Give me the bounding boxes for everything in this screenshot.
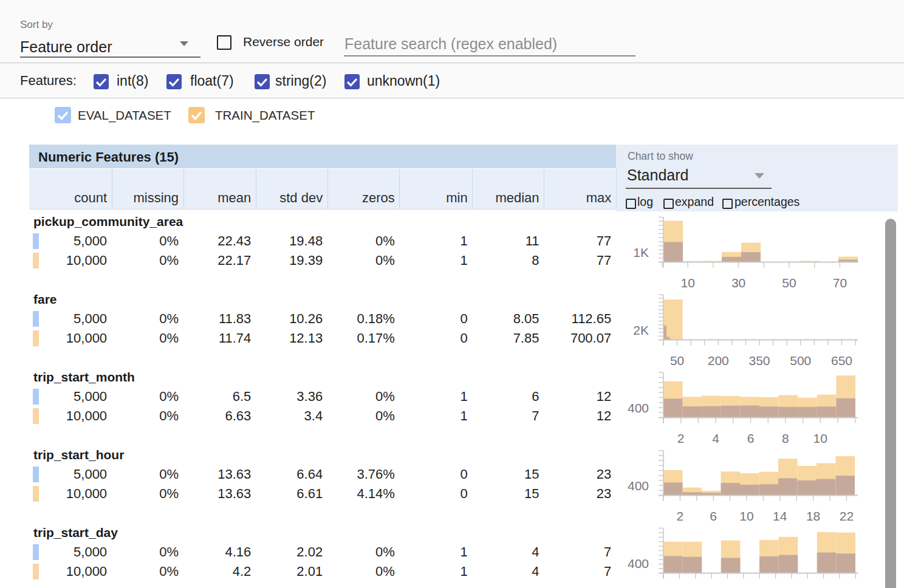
- svg-text:200: 200: [708, 354, 729, 368]
- svg-text:8: 8: [782, 431, 789, 445]
- svg-text:400: 400: [628, 479, 649, 493]
- svg-text:400: 400: [628, 556, 649, 570]
- svg-text:22: 22: [840, 509, 854, 523]
- svg-text:6: 6: [747, 431, 755, 445]
- svg-text:2: 2: [677, 431, 685, 445]
- svg-text:10: 10: [739, 509, 753, 523]
- svg-text:4: 4: [712, 431, 719, 445]
- svg-text:6: 6: [710, 509, 717, 523]
- svg-text:10: 10: [681, 276, 695, 290]
- svg-text:500: 500: [790, 354, 811, 368]
- svg-text:10: 10: [813, 431, 827, 445]
- svg-text:50: 50: [670, 354, 684, 368]
- svg-text:1K: 1K: [633, 245, 649, 259]
- svg-text:400: 400: [628, 401, 649, 415]
- svg-text:350: 350: [748, 354, 770, 368]
- svg-text:14: 14: [773, 509, 787, 523]
- svg-text:70: 70: [833, 276, 847, 290]
- svg-text:30: 30: [731, 276, 745, 290]
- svg-text:650: 650: [831, 354, 852, 368]
- svg-text:2: 2: [677, 509, 684, 523]
- svg-text:50: 50: [782, 276, 796, 290]
- svg-text:18: 18: [806, 509, 820, 523]
- svg-text:2K: 2K: [633, 323, 649, 337]
